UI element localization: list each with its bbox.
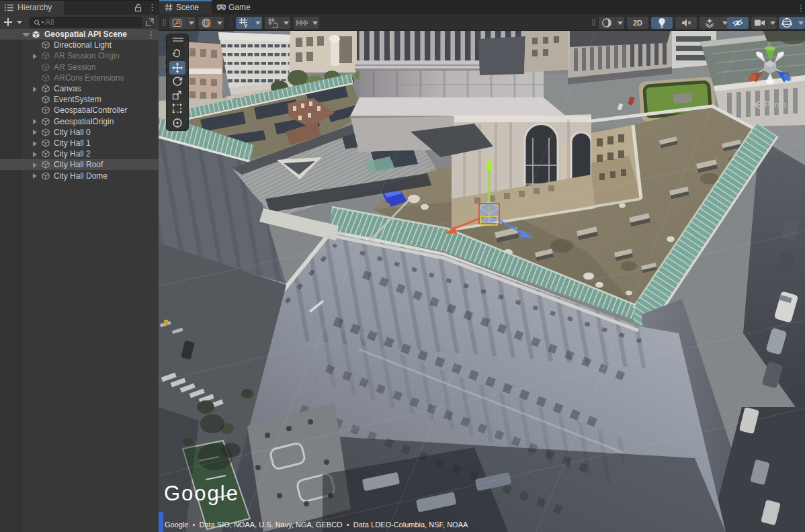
svg-text:x: x [745,75,748,82]
svg-text:Persp: Persp [765,100,786,109]
svg-text:Y: Y [244,23,248,28]
svg-text:z: z [789,76,792,83]
svg-text:y: y [767,40,771,47]
